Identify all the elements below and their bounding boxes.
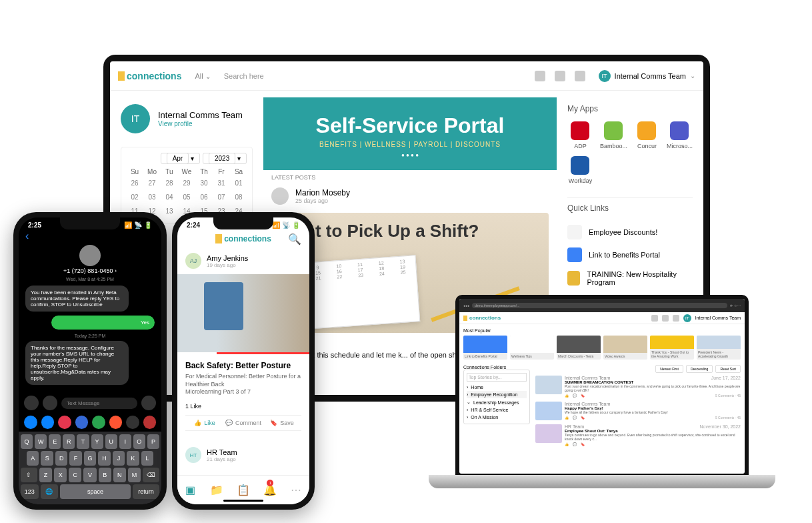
mic-icon[interactable] [141, 396, 156, 410]
key[interactable]: D [55, 451, 67, 466]
folder-item[interactable]: ›Home [467, 384, 527, 391]
folder-search[interactable]: Top Stories by... [467, 373, 527, 382]
app-tile[interactable]: Microso... [667, 121, 693, 149]
key[interactable]: Q [21, 434, 33, 449]
all-dropdown[interactable]: All ⌄ [195, 72, 210, 80]
app-icon[interactable] [92, 416, 105, 429]
quick-link[interactable]: Employee Discounts! [567, 221, 693, 243]
calendar-cell[interactable]: 13 [161, 205, 177, 217]
app-tile[interactable]: ADP [567, 121, 593, 149]
post-author[interactable]: Amy Jenkins [207, 254, 248, 262]
calendar-cell[interactable]: 31 [213, 177, 229, 189]
app-tile[interactable]: Concur [634, 121, 660, 149]
calendar-cell[interactable]: 04 [161, 191, 177, 203]
popular-tile[interactable]: Video Awards [603, 336, 647, 360]
laptop-avatar[interactable]: IT [683, 314, 691, 322]
app-icon[interactable] [143, 416, 157, 429]
key[interactable]: N [113, 468, 126, 482]
key[interactable]: ⌫ [143, 468, 159, 482]
key-space[interactable]: space [60, 484, 131, 499]
key[interactable]: R [63, 434, 75, 449]
key[interactable]: Y [91, 434, 103, 449]
app-icon[interactable] [126, 416, 139, 429]
post-hero-image[interactable] [177, 274, 309, 354]
key[interactable]: V [83, 468, 96, 482]
author-avatar[interactable]: AJ [185, 253, 201, 269]
filter-button[interactable]: Reset Sort [715, 365, 741, 373]
popular-tile[interactable]: Wellness Tips [510, 336, 554, 360]
tab-home[interactable]: ▣ [177, 476, 204, 504]
laptop-logo[interactable]: connections [463, 315, 501, 321]
home-indicator[interactable] [223, 500, 263, 502]
key[interactable]: G [84, 451, 96, 466]
apps-icon[interactable] [555, 71, 565, 81]
app-tile[interactable]: Bamboo... [600, 121, 627, 149]
view-profile-link[interactable]: View profile [158, 120, 243, 127]
like-count[interactable]: 1 Like [185, 403, 301, 410]
calendar-cell[interactable]: 08 [231, 191, 247, 203]
calendar-cell[interactable]: 27 [144, 177, 160, 189]
camera-icon[interactable] [24, 396, 39, 410]
app-icon[interactable] [109, 416, 123, 429]
key[interactable]: J [113, 451, 125, 466]
calendar-year[interactable]: 2023 ▾ [203, 153, 247, 164]
key[interactable]: U [105, 434, 117, 449]
key-123[interactable]: 123 [21, 484, 39, 499]
icon[interactable] [673, 315, 679, 322]
app-icon[interactable] [75, 416, 89, 429]
banner[interactable]: Self-Service Portal BENEFITS | WELLNESS … [263, 97, 557, 170]
key[interactable]: K [127, 451, 139, 466]
calendar-cell[interactable]: 28 [161, 177, 177, 189]
key[interactable]: T [77, 434, 89, 449]
key[interactable]: L [141, 451, 153, 466]
key[interactable]: H [98, 451, 110, 466]
calendar-cell[interactable]: 26 [127, 177, 143, 189]
key[interactable]: A [27, 451, 39, 466]
post-author[interactable]: HR Team [207, 448, 237, 456]
calendar-cell[interactable]: 03 [144, 191, 160, 203]
icon[interactable] [651, 315, 658, 322]
comment-button[interactable]: 💬 Comment [224, 416, 263, 430]
calendar-cell[interactable]: 02 [127, 191, 143, 203]
popular-tile[interactable]: March Discounts - Tesla [557, 336, 601, 360]
key[interactable]: M [128, 468, 141, 482]
folder-item[interactable]: ›On A Mission [467, 414, 527, 421]
filter-button[interactable]: Newest First [655, 365, 683, 373]
folder-item[interactable]: ⌄Leadership Messages [467, 398, 527, 406]
appstore-icon[interactable] [43, 396, 57, 410]
logo[interactable]: connections [118, 71, 181, 81]
bell-icon[interactable] [575, 71, 585, 81]
key[interactable]: F [69, 451, 81, 466]
key[interactable]: O [133, 434, 145, 449]
folder-item[interactable]: ›Employee Recognition [467, 391, 527, 398]
calendar-cell[interactable]: 01 [231, 177, 247, 189]
key[interactable]: C [69, 468, 81, 482]
key[interactable]: X [54, 468, 67, 482]
folder-item[interactable]: ›HR & Self Service [467, 406, 527, 414]
key-return[interactable]: return [133, 484, 159, 499]
calendar-cell[interactable]: 29 [179, 177, 195, 189]
user-icon[interactable] [535, 71, 545, 81]
app-tile[interactable]: Workday [567, 156, 593, 184]
feed-post[interactable]: HR TeamNovember 30, 2022 Employee Shout … [535, 424, 741, 446]
app-icon[interactable] [24, 416, 37, 429]
key[interactable]: I [119, 434, 131, 449]
emoji-icon[interactable]: 😊 [27, 504, 41, 504]
save-button[interactable]: 🔖 Save [263, 416, 301, 430]
search-input[interactable]: Search here [224, 72, 521, 80]
dictate-icon[interactable]: 🎤 [139, 504, 153, 504]
app-logo[interactable]: connections [215, 234, 271, 243]
key[interactable]: P [147, 434, 159, 449]
key[interactable]: Z [39, 468, 52, 482]
calendar-cell[interactable]: 30 [196, 177, 212, 189]
key[interactable]: E [49, 434, 61, 449]
key[interactable]: ⇧ [21, 468, 37, 482]
calendar-cell[interactable]: 07 [213, 191, 229, 203]
feed-post[interactable]: Internal Comms TeamJune 17, 2022 SUMMER … [535, 376, 741, 398]
post-author-avatar[interactable] [271, 187, 289, 205]
author-avatar[interactable]: HT [185, 447, 201, 463]
app-icon[interactable] [58, 416, 71, 429]
keyboard[interactable]: QWERTYUIOPASDFGHJKL⇧ZXCVBNM⌫ 123 🌐 space… [19, 432, 161, 504]
filter-button[interactable]: Descending [686, 365, 713, 373]
message-header[interactable]: +1 (720) 881-0450 › [19, 242, 161, 277]
